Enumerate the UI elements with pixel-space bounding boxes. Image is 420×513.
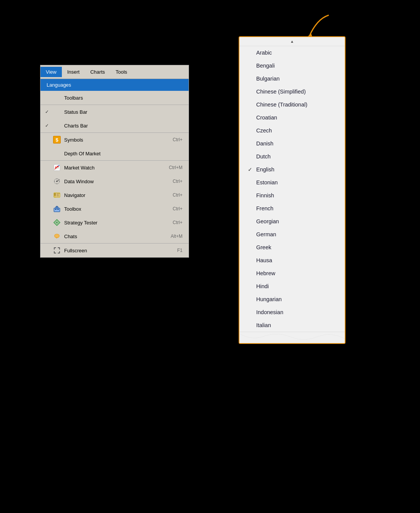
language-item[interactable]: Georgian	[239, 215, 345, 228]
language-item[interactable]: Italian	[239, 319, 345, 332]
lang-check-icon: ✓	[248, 166, 252, 173]
icon-symbols: $	[52, 136, 62, 144]
language-item[interactable]: Finnish	[239, 189, 345, 202]
language-dropdown: ▲ ArabicBengaliBulgarianChinese (Simplif…	[239, 36, 346, 344]
label-statusbar: Status Bar	[64, 109, 183, 115]
check-statusbar: ✓	[45, 109, 52, 115]
language-label: Chinese (Simplified)	[256, 89, 306, 95]
languages-label: Languages	[47, 82, 71, 88]
icon-datawindow	[52, 177, 62, 185]
shortcut-symbols: Ctrl+	[173, 137, 183, 142]
language-item[interactable]: Czech	[239, 124, 345, 137]
menu-bar: View Insert Charts Tools	[40, 65, 189, 79]
label-chats: Chats	[64, 234, 171, 239]
language-item[interactable]: ✓English	[239, 163, 345, 176]
language-label: French	[256, 205, 273, 211]
label-dom: Depth Of Market	[64, 151, 183, 156]
icon-toolbox	[52, 205, 62, 213]
svg-point-32	[55, 234, 59, 237]
menubar-item-insert[interactable]: Insert	[62, 67, 85, 77]
menu-item-statusbar[interactable]: ✓ Status Bar	[40, 105, 189, 119]
language-item[interactable]: Arabic	[239, 46, 345, 59]
svg-rect-17	[54, 195, 56, 196]
menu-item-depthofmarket[interactable]: Depth Of Market	[40, 147, 189, 160]
language-item[interactable]: Danish	[239, 137, 345, 150]
check-chartsbar: ✓	[45, 123, 52, 128]
menu-item-languages[interactable]: Languages	[40, 79, 189, 91]
shortcut-datawindow: Ctrl+	[173, 179, 183, 184]
label-marketwatch: Market Watch	[64, 165, 169, 171]
menu-item-chartsbar[interactable]: ✓ Charts Bar	[40, 119, 189, 132]
menu-item-toolbox[interactable]: Toolbox Ctrl+	[40, 202, 189, 216]
menu-item-fullscreen[interactable]: Fullscreen F1	[40, 244, 189, 257]
view-menu: View Insert Charts Tools Languages Toolb…	[40, 65, 189, 258]
svg-rect-24	[56, 206, 58, 207]
menu-item-marketwatch[interactable]: Market Watch Ctrl+M	[40, 161, 189, 174]
language-item[interactable]: Bulgarian	[239, 72, 345, 85]
shortcut-toolbox: Ctrl+	[173, 206, 183, 211]
svg-rect-18	[57, 194, 60, 194]
language-item[interactable]: Hausa	[239, 254, 345, 267]
menu-item-toolbars[interactable]: Toolbars	[40, 91, 189, 105]
language-label: Arabic	[256, 50, 272, 56]
language-label: Hausa	[256, 257, 272, 263]
language-item[interactable]: French	[239, 202, 345, 215]
menu-section-fullscreen: Fullscreen F1	[40, 244, 189, 257]
language-item[interactable]: Dutch	[239, 150, 345, 163]
language-label: Finnish	[256, 192, 274, 198]
icon-navigator	[52, 191, 62, 199]
label-toolbox: Toolbox	[64, 206, 173, 212]
language-label: Danish	[256, 140, 273, 147]
menubar-item-view[interactable]: View	[40, 67, 62, 77]
menu-item-strategytester[interactable]: Strategy Tester Ctrl+	[40, 216, 189, 229]
svg-rect-19	[57, 195, 59, 195]
language-item[interactable]: Chinese (Traditional)	[239, 98, 345, 111]
language-label: Hindi	[256, 283, 269, 289]
language-item[interactable]: German	[239, 228, 345, 241]
menu-item-navigator[interactable]: Navigator Ctrl+	[40, 188, 189, 202]
language-label: Hebrew	[256, 270, 275, 276]
label-navigator: Navigator	[64, 192, 173, 198]
language-label: Indonesian	[256, 309, 283, 315]
scroll-up-button[interactable]: ▲	[239, 37, 345, 46]
shortcut-fullscreen: F1	[177, 248, 183, 253]
language-item[interactable]: Hungarian	[239, 293, 345, 306]
language-label: Chinese (Traditional)	[256, 102, 307, 108]
language-item[interactable]: Croatian	[239, 111, 345, 124]
menu-section-toolbars: Toolbars	[40, 91, 189, 105]
svg-rect-25	[55, 209, 57, 210]
menubar-item-tools[interactable]: Tools	[110, 67, 132, 77]
language-label: Hungarian	[256, 296, 282, 302]
language-label: Bengali	[256, 63, 275, 69]
shortcut-chats: Alt+M	[171, 234, 183, 239]
shortcut-marketwatch: Ctrl+M	[169, 165, 183, 170]
label-chartsbar: Charts Bar	[64, 123, 183, 129]
language-label: Croatian	[256, 115, 277, 121]
menu-item-datawindow[interactable]: Data Window Ctrl+	[40, 174, 189, 188]
shortcut-navigator: Ctrl+	[173, 192, 183, 198]
language-label: German	[256, 231, 276, 237]
language-label: Italian	[256, 322, 271, 328]
menu-item-symbols[interactable]: $ Symbols Ctrl+	[40, 133, 189, 147]
language-item[interactable]: Bengali	[239, 59, 345, 72]
language-item[interactable]: Greek	[239, 241, 345, 254]
label-strategy: Strategy Tester	[64, 220, 173, 226]
icon-marketwatch	[52, 164, 62, 171]
lang-dropdown-bottom	[239, 332, 345, 343]
icon-strategy	[52, 219, 62, 226]
svg-rect-16	[54, 195, 56, 195]
language-label: Georgian	[256, 218, 279, 224]
language-item[interactable]: Chinese (Simplified)	[239, 85, 345, 98]
svg-rect-15	[54, 194, 56, 194]
language-label: Bulgarian	[256, 76, 279, 82]
menubar-item-charts[interactable]: Charts	[85, 67, 110, 77]
menu-item-chats[interactable]: Chats Alt+M	[40, 229, 189, 243]
language-item[interactable]: Hindi	[239, 280, 345, 293]
language-item[interactable]: Hebrew	[239, 267, 345, 280]
language-item[interactable]: Estonian	[239, 176, 345, 189]
icon-chats	[52, 232, 62, 240]
language-item[interactable]: Indonesian	[239, 306, 345, 319]
language-label: Czech	[256, 127, 272, 134]
language-label: Dutch	[256, 153, 271, 160]
label-datawindow: Data Window	[64, 179, 173, 184]
